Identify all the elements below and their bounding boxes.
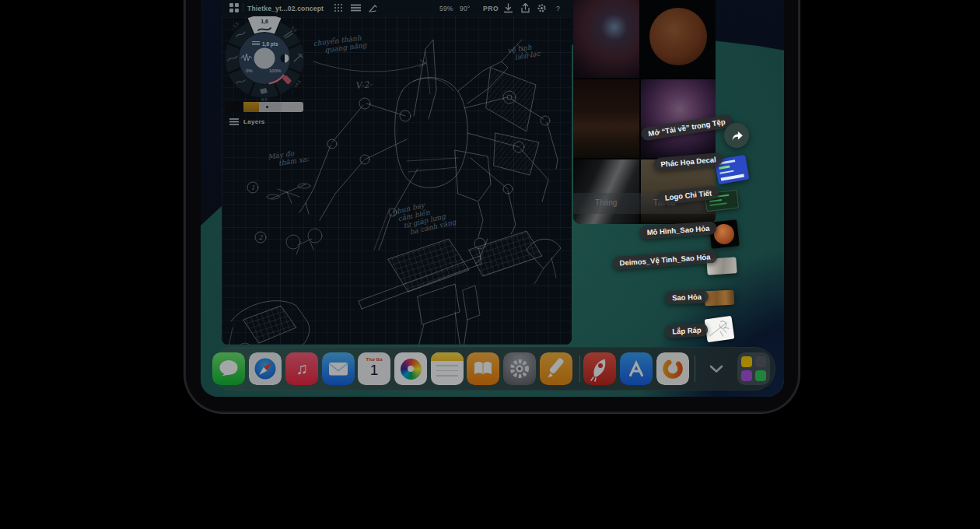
assembly-sketch-icon	[705, 316, 735, 343]
scene: Thietke_yt...02.concept 59% 90° PRO	[0, 0, 980, 529]
share-forward-button[interactable]	[724, 123, 749, 148]
drag-session-layer: Mở “Tải về” trong Tệp Phác Họa Decal Log…	[201, 0, 784, 397]
drag-label-decal-sketch[interactable]: Phác Họa Decal	[653, 152, 723, 172]
drag-label-mars-model[interactable]: Mô Hình_Sao Hỏa	[639, 221, 717, 240]
drag-label-deimos[interactable]: Deimos_Vệ Tinh_Sao Hỏa	[612, 250, 718, 270]
forward-arrow-icon	[730, 130, 744, 142]
drag-thumb-assembly[interactable]	[705, 316, 735, 343]
drag-label-open-downloads[interactable]: Mở “Tải về” trong Tệp	[640, 114, 733, 141]
ipad-screen: Thietke_yt...02.concept 59% 90° PRO	[201, 0, 784, 397]
drag-thumb-mars-surface[interactable]	[705, 290, 735, 307]
drag-label-assembly[interactable]: Lắp Ráp	[665, 323, 709, 338]
drag-label-mars[interactable]: Sao Hỏa	[665, 290, 709, 305]
